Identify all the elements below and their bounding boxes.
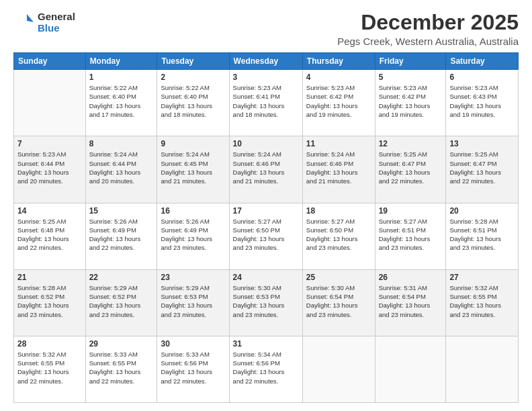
day-number: 30 (161, 339, 225, 349)
day-info: Sunrise: 5:23 AM Sunset: 6:44 PM Dayligh… (17, 150, 82, 185)
calendar-cell: 16Sunrise: 5:26 AM Sunset: 6:49 PM Dayli… (157, 203, 229, 269)
day-info: Sunrise: 5:24 AM Sunset: 6:45 PM Dayligh… (161, 150, 225, 185)
calendar-cell: 22Sunrise: 5:29 AM Sunset: 6:52 PM Dayli… (85, 269, 157, 336)
calendar-cell: 9Sunrise: 5:24 AM Sunset: 6:45 PM Daylig… (157, 136, 229, 203)
header-thursday: Thursday (302, 53, 375, 70)
day-info: Sunrise: 5:30 AM Sunset: 6:54 PM Dayligh… (306, 283, 371, 319)
logo-general: General (38, 11, 75, 22)
calendar-cell: 30Sunrise: 5:33 AM Sunset: 6:56 PM Dayli… (157, 336, 229, 402)
day-number: 14 (17, 206, 82, 216)
day-info: Sunrise: 5:29 AM Sunset: 6:53 PM Dayligh… (161, 283, 225, 319)
day-info: Sunrise: 5:26 AM Sunset: 6:49 PM Dayligh… (161, 217, 225, 253)
calendar-table: SundayMondayTuesdayWednesdayThursdayFrid… (13, 52, 519, 403)
day-number: 29 (89, 339, 154, 349)
day-number: 21 (17, 273, 82, 282)
day-info: Sunrise: 5:25 AM Sunset: 6:47 PM Dayligh… (449, 150, 515, 185)
day-number: 11 (306, 139, 371, 148)
calendar-subtitle: Pegs Creek, Western Australia, Australia (75, 36, 519, 47)
week-row-2: 7Sunrise: 5:23 AM Sunset: 6:44 PM Daylig… (14, 136, 519, 203)
day-number: 17 (233, 206, 299, 216)
day-number: 8 (89, 139, 154, 148)
day-info: Sunrise: 5:32 AM Sunset: 6:55 PM Dayligh… (17, 350, 82, 385)
day-info: Sunrise: 5:33 AM Sunset: 6:55 PM Dayligh… (89, 350, 154, 385)
day-number: 10 (233, 139, 299, 148)
week-row-1: 1Sunrise: 5:22 AM Sunset: 6:40 PM Daylig… (14, 70, 519, 136)
week-row-3: 14Sunrise: 5:25 AM Sunset: 6:48 PM Dayli… (14, 203, 519, 269)
day-info: Sunrise: 5:22 AM Sunset: 6:40 PM Dayligh… (161, 83, 225, 119)
logo-blue: Blue (38, 22, 75, 34)
calendar-cell: 1Sunrise: 5:22 AM Sunset: 6:40 PM Daylig… (85, 70, 157, 136)
calendar-cell: 28Sunrise: 5:32 AM Sunset: 6:55 PM Dayli… (14, 336, 86, 402)
calendar-cell: 25Sunrise: 5:30 AM Sunset: 6:54 PM Dayli… (302, 269, 375, 336)
header-tuesday: Tuesday (157, 53, 229, 70)
day-number: 3 (233, 73, 299, 82)
day-info: Sunrise: 5:23 AM Sunset: 6:42 PM Dayligh… (379, 83, 443, 119)
calendar-title: December 2025 (75, 11, 519, 34)
day-number: 19 (379, 206, 443, 216)
day-number: 5 (379, 73, 443, 82)
calendar-cell: 12Sunrise: 5:25 AM Sunset: 6:47 PM Dayli… (375, 136, 446, 203)
calendar-cell: 23Sunrise: 5:29 AM Sunset: 6:53 PM Dayli… (157, 269, 229, 336)
calendar-cell: 15Sunrise: 5:26 AM Sunset: 6:49 PM Dayli… (85, 203, 157, 269)
day-info: Sunrise: 5:24 AM Sunset: 6:44 PM Dayligh… (89, 150, 154, 185)
calendar-cell: 7Sunrise: 5:23 AM Sunset: 6:44 PM Daylig… (14, 136, 86, 203)
calendar-cell: 29Sunrise: 5:33 AM Sunset: 6:55 PM Dayli… (85, 336, 157, 402)
calendar-cell (302, 336, 375, 402)
day-info: Sunrise: 5:24 AM Sunset: 6:46 PM Dayligh… (233, 150, 299, 185)
day-info: Sunrise: 5:25 AM Sunset: 6:48 PM Dayligh… (17, 217, 82, 253)
week-row-5: 28Sunrise: 5:32 AM Sunset: 6:55 PM Dayli… (14, 336, 519, 402)
day-number: 31 (233, 339, 299, 349)
day-number: 4 (306, 73, 371, 82)
day-number: 28 (17, 339, 82, 349)
day-number: 26 (379, 273, 443, 282)
calendar-cell: 17Sunrise: 5:27 AM Sunset: 6:50 PM Dayli… (229, 203, 302, 269)
header-saturday: Saturday (446, 53, 519, 70)
day-info: Sunrise: 5:24 AM Sunset: 6:46 PM Dayligh… (306, 150, 371, 185)
day-info: Sunrise: 5:29 AM Sunset: 6:52 PM Dayligh… (89, 283, 154, 319)
svg-rect-2 (13, 14, 27, 22)
header: General Blue December 2025 Pegs Creek, W… (13, 11, 519, 47)
day-number: 24 (233, 273, 299, 282)
page: General Blue December 2025 Pegs Creek, W… (0, 0, 532, 411)
day-number: 1 (89, 73, 154, 82)
calendar-cell: 2Sunrise: 5:22 AM Sunset: 6:40 PM Daylig… (157, 70, 229, 136)
calendar-cell (375, 336, 446, 402)
logo: General Blue (13, 11, 75, 34)
day-number: 22 (89, 273, 154, 282)
day-info: Sunrise: 5:32 AM Sunset: 6:55 PM Dayligh… (449, 283, 515, 319)
title-area: December 2025 Pegs Creek, Western Austra… (75, 11, 519, 47)
calendar-cell (446, 336, 519, 402)
calendar-cell: 13Sunrise: 5:25 AM Sunset: 6:47 PM Dayli… (446, 136, 519, 203)
calendar-cell (14, 70, 86, 136)
header-friday: Friday (375, 53, 446, 70)
logo-area: General Blue (13, 11, 75, 34)
calendar-cell: 6Sunrise: 5:23 AM Sunset: 6:43 PM Daylig… (446, 70, 519, 136)
day-info: Sunrise: 5:30 AM Sunset: 6:53 PM Dayligh… (233, 283, 299, 319)
day-info: Sunrise: 5:23 AM Sunset: 6:42 PM Dayligh… (306, 83, 371, 119)
calendar-cell: 31Sunrise: 5:34 AM Sunset: 6:56 PM Dayli… (229, 336, 302, 402)
day-info: Sunrise: 5:28 AM Sunset: 6:52 PM Dayligh… (17, 283, 82, 319)
calendar-cell: 27Sunrise: 5:32 AM Sunset: 6:55 PM Dayli… (446, 269, 519, 336)
calendar-cell: 8Sunrise: 5:24 AM Sunset: 6:44 PM Daylig… (85, 136, 157, 203)
day-info: Sunrise: 5:23 AM Sunset: 6:41 PM Dayligh… (233, 83, 299, 119)
day-info: Sunrise: 5:25 AM Sunset: 6:47 PM Dayligh… (379, 150, 443, 185)
day-info: Sunrise: 5:27 AM Sunset: 6:50 PM Dayligh… (306, 217, 371, 253)
day-info: Sunrise: 5:27 AM Sunset: 6:50 PM Dayligh… (233, 217, 299, 253)
calendar-cell: 18Sunrise: 5:27 AM Sunset: 6:50 PM Dayli… (302, 203, 375, 269)
calendar-cell: 21Sunrise: 5:28 AM Sunset: 6:52 PM Dayli… (14, 269, 86, 336)
day-info: Sunrise: 5:22 AM Sunset: 6:40 PM Dayligh… (89, 83, 154, 119)
day-number: 9 (161, 139, 225, 148)
day-number: 20 (449, 206, 515, 216)
day-info: Sunrise: 5:28 AM Sunset: 6:51 PM Dayligh… (449, 217, 515, 253)
calendar-cell: 26Sunrise: 5:31 AM Sunset: 6:54 PM Dayli… (375, 269, 446, 336)
day-info: Sunrise: 5:34 AM Sunset: 6:56 PM Dayligh… (233, 350, 299, 385)
day-number: 25 (306, 273, 371, 282)
header-monday: Monday (85, 53, 157, 70)
calendar-cell: 20Sunrise: 5:28 AM Sunset: 6:51 PM Dayli… (446, 203, 519, 269)
week-row-4: 21Sunrise: 5:28 AM Sunset: 6:52 PM Dayli… (14, 269, 519, 336)
day-info: Sunrise: 5:31 AM Sunset: 6:54 PM Dayligh… (379, 283, 443, 319)
calendar-cell: 10Sunrise: 5:24 AM Sunset: 6:46 PM Dayli… (229, 136, 302, 203)
day-number: 2 (161, 73, 225, 82)
day-number: 12 (379, 139, 443, 148)
calendar-body: 1Sunrise: 5:22 AM Sunset: 6:40 PM Daylig… (14, 70, 519, 403)
